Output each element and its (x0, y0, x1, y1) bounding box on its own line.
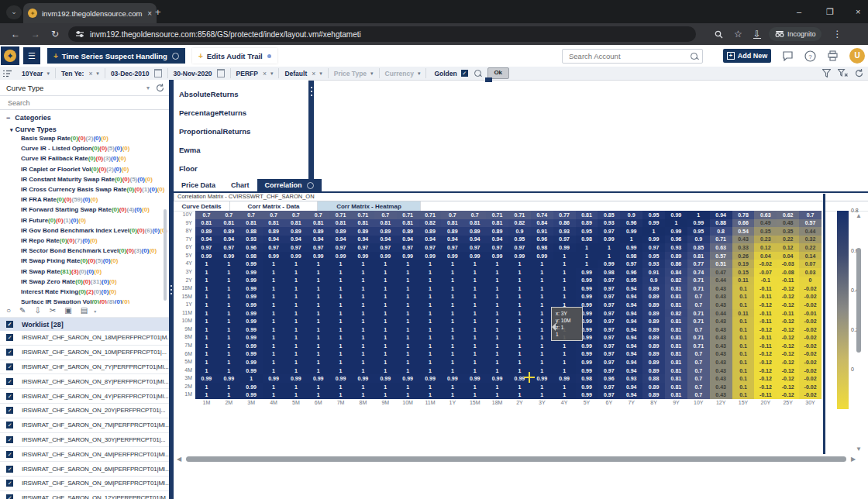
heatmap-cell[interactable]: 1 (263, 391, 285, 399)
url-bar[interactable]: invm192.thegoldensource.com:8568/GS/prot… (68, 26, 696, 42)
heatmap-cell[interactable]: 0.81 (687, 252, 710, 260)
heatmap-cell[interactable]: -0.12 (777, 325, 799, 334)
heatmap-cell[interactable]: 1 (419, 268, 442, 277)
heatmap-cell[interactable]: 1 (576, 243, 598, 252)
heatmap-cell[interactable]: 0.99 (374, 252, 397, 260)
help-icon[interactable]: ? (804, 50, 816, 62)
heatmap-cell[interactable]: 0.97 (598, 277, 620, 285)
heatmap-cell[interactable]: 1 (284, 391, 307, 399)
horizontal-scroll-left-arrow[interactable]: ◀ (177, 456, 181, 463)
heatmap-cell[interactable]: -0.11 (754, 391, 777, 399)
heatmap-cell[interactable]: 1 (195, 293, 218, 301)
heatmap-cell[interactable]: 0.99 (576, 383, 598, 391)
heatmap-cell[interactable]: 0 (799, 277, 822, 285)
heatmap-cell[interactable]: 0.89 (642, 358, 665, 367)
heatmap-cell[interactable]: 0.99 (419, 252, 442, 260)
heatmap-cell[interactable]: 0.99 (576, 277, 598, 285)
heatmap-cell[interactable]: 1 (263, 367, 285, 375)
heatmap-cell[interactable]: 1 (195, 333, 218, 342)
collapse-icon[interactable]: − (6, 114, 10, 122)
tree-item[interactable]: IR Swap Rate(81)(3)(0)(0)(0) (21, 267, 169, 277)
heatmap-cell[interactable]: 1 (195, 391, 218, 399)
heatmap-cell[interactable]: 1 (374, 350, 397, 359)
heatmap-cell[interactable]: 1 (463, 358, 486, 367)
column-splitter-handle[interactable] (485, 77, 492, 82)
heatmap-cell[interactable]: 1 (486, 350, 508, 359)
heatmap-cell[interactable]: 1 (374, 391, 397, 399)
heatmap-cell[interactable]: 1 (419, 284, 442, 293)
filter-chip-10year[interactable]: 10Year▾ (16, 68, 56, 78)
heatmap-cell[interactable]: 1 (352, 383, 374, 391)
heatmap-cell[interactable]: 0.43 (710, 342, 732, 350)
worklist-row[interactable]: ✓IRSWRAT_CHF_SARON_ON_4M|PERFPRCPT01|MI.… (0, 447, 169, 462)
heatmap-cell[interactable]: 0.81 (665, 358, 687, 367)
heatmap-cell[interactable]: 0.99 (486, 252, 508, 260)
heatmap-cell[interactable]: 1 (284, 309, 307, 318)
heatmap-cell[interactable]: 1 (374, 358, 397, 367)
heatmap-cell[interactable]: 0.43 (710, 350, 732, 359)
heatmap-cell[interactable]: 1 (352, 293, 374, 301)
heatmap-cell[interactable]: 1 (374, 367, 397, 375)
heatmap-cell[interactable]: 1 (218, 358, 240, 367)
heatmap-cell[interactable]: 1 (284, 333, 307, 342)
heatmap-cell[interactable]: 1 (284, 358, 307, 367)
heatmap-cell[interactable]: 0.99 (240, 309, 263, 318)
heatmap-cell[interactable]: 1 (218, 333, 240, 342)
heatmap-cell[interactable]: 1 (419, 301, 442, 309)
forward-icon[interactable]: → (31, 29, 40, 40)
heatmap-cell[interactable]: 0.99 (329, 374, 352, 383)
clear-icon[interactable]: × (88, 70, 92, 77)
heatmap-cell[interactable]: 0.97 (642, 243, 665, 252)
heatmap-cell[interactable]: 0.96 (665, 236, 687, 244)
heatmap-cell[interactable]: 1 (397, 342, 419, 350)
heatmap-cell[interactable]: 0.94 (307, 236, 329, 244)
heatmap-cell[interactable]: 0.54 (732, 227, 755, 236)
heatmap-cell[interactable]: 0.89 (441, 227, 463, 236)
heatmap-cell[interactable]: 1 (486, 301, 508, 309)
heatmap-cell[interactable]: 0.1 (732, 374, 755, 383)
heatmap-cell[interactable]: 0.62 (777, 211, 799, 219)
heatmap-cell[interactable]: 1 (352, 333, 374, 342)
tree-item[interactable]: IR Future(0)(0)(1)(0)(0) (21, 215, 169, 225)
heatmap-cell[interactable]: 1 (352, 277, 374, 285)
heatmap-cell[interactable]: 1 (486, 277, 508, 285)
heatmap-cell[interactable]: 1 (463, 293, 486, 301)
heatmap-cell[interactable]: 0.15 (732, 268, 755, 277)
heatmap-cell[interactable]: 1 (195, 325, 218, 334)
heatmap-cell[interactable]: 1 (329, 293, 352, 301)
heatmap-cell[interactable]: 0.95 (576, 227, 598, 236)
heatmap-cell[interactable]: 0.99 (576, 293, 598, 301)
heatmap-cell[interactable]: 0.99 (576, 268, 598, 277)
heatmap-cell[interactable]: 0.81 (218, 219, 240, 228)
heatmap-cell[interactable]: 0.43 (710, 317, 732, 325)
heatmap-cell[interactable]: 1 (419, 367, 442, 375)
heatmap-cell[interactable]: 1 (284, 317, 307, 325)
heatmap-cell[interactable]: 0.89 (642, 301, 665, 309)
heatmap-cell[interactable]: 0.99 (240, 367, 263, 375)
heatmap-cell[interactable]: 0.94 (620, 333, 642, 342)
heatmap-cell[interactable]: 1 (374, 268, 397, 277)
heatmap-cell[interactable]: 1 (397, 358, 419, 367)
heatmap-cell[interactable]: 0.9 (642, 277, 665, 285)
heatmap-cell[interactable]: 0.1 (732, 383, 755, 391)
heatmap-cell[interactable]: 1 (441, 350, 463, 359)
heatmap-cell[interactable]: 0.97 (508, 243, 531, 252)
heatmap-cell[interactable]: 0.43 (710, 367, 732, 375)
heatmap-cell[interactable]: 1 (463, 309, 486, 318)
heatmap-cell[interactable]: 1 (531, 309, 553, 318)
heatmap-cell[interactable]: 1 (441, 383, 463, 391)
heatmap-cell[interactable]: 0.97 (419, 243, 442, 252)
heatmap-cell[interactable]: 0.7 (441, 211, 463, 219)
heatmap-cell[interactable]: 1 (508, 317, 531, 325)
heatmap-cell[interactable]: 0.99 (195, 252, 218, 260)
heatmap-cell[interactable]: 0.82 (665, 277, 687, 285)
heatmap-cell[interactable]: 0.99 (352, 374, 374, 383)
heatmap-cell[interactable]: 0.95 (642, 211, 665, 219)
heatmap-cell[interactable]: 1 (441, 293, 463, 301)
tree-search-input[interactable] (6, 98, 149, 108)
heatmap-cell[interactable]: 1 (463, 317, 486, 325)
heatmap-cell[interactable]: -0.1 (754, 277, 777, 285)
heatmap-cell[interactable]: 0.99 (576, 350, 598, 359)
heatmap-cell[interactable]: 1 (463, 350, 486, 359)
vertical-scroll-up-arrow[interactable]: ▲ (856, 212, 862, 219)
